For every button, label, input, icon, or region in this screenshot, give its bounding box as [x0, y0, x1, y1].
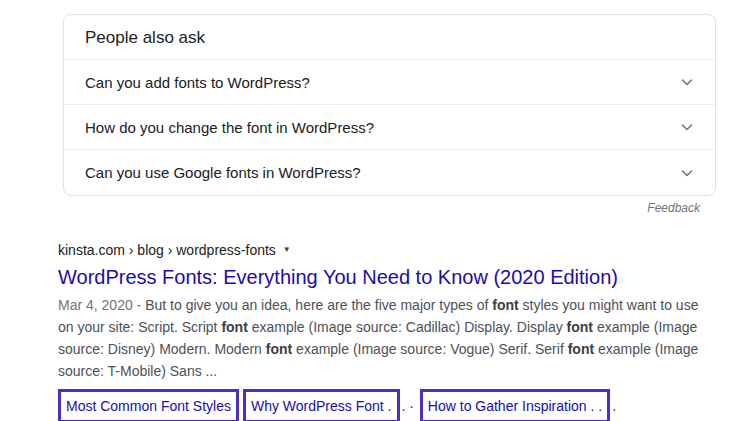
people-also-ask-title: People also ask — [64, 15, 715, 60]
result-title-link[interactable]: WordPress Fonts: Everything You Need to … — [58, 264, 708, 290]
paa-question-text: Can you add fonts to WordPress? — [85, 74, 310, 91]
sitelinks-row: Most Common Font Styles Why WordPress Fo… — [58, 389, 708, 421]
highlight-box: Most Common Font Styles — [58, 389, 239, 421]
paa-question-text: Can you use Google fonts in WordPress? — [85, 164, 361, 181]
breadcrumb[interactable]: kinsta.com › blog › wordpress-fonts — [58, 242, 276, 258]
paa-question-row-3[interactable]: Can you use Google fonts in WordPress? — [64, 150, 715, 195]
chevron-down-icon — [680, 166, 694, 180]
breadcrumb-row: kinsta.com › blog › wordpress-fonts ▼ — [58, 241, 708, 258]
paa-question-text: How do you change the font in WordPress? — [85, 119, 374, 136]
paa-question-row-1[interactable]: Can you add fonts to WordPress? — [64, 60, 715, 105]
sitelink-most-common-font-styles[interactable]: Most Common Font Styles — [66, 398, 231, 414]
result-snippet: Mar 4, 2020 - But to give you an idea, h… — [58, 294, 706, 382]
feedback-link[interactable]: Feedback — [647, 201, 700, 215]
people-also-ask-card: People also ask Can you add fonts to Wor… — [63, 14, 716, 196]
sitelink-how-to-gather-inspiration[interactable]: How to Gather Inspiration . . — [428, 398, 602, 414]
sitelink-separator: . · — [402, 398, 418, 414]
chevron-down-icon — [680, 120, 694, 134]
google-serp-fragment: People also ask Can you add fonts to Wor… — [0, 0, 746, 421]
breadcrumb-dropdown-icon[interactable]: ▼ — [283, 245, 291, 254]
sitelink-why-wordpress-font[interactable]: Why WordPress Font . — [251, 398, 392, 414]
highlight-box: How to Gather Inspiration . . — [420, 389, 610, 421]
paa-question-row-2[interactable]: How do you change the font in WordPress? — [64, 105, 715, 150]
search-result: kinsta.com › blog › wordpress-fonts ▼ Wo… — [58, 241, 708, 421]
highlight-box: Why WordPress Font . — [243, 389, 400, 421]
chevron-down-icon — [680, 75, 694, 89]
sitelink-separator: . — [612, 398, 616, 414]
